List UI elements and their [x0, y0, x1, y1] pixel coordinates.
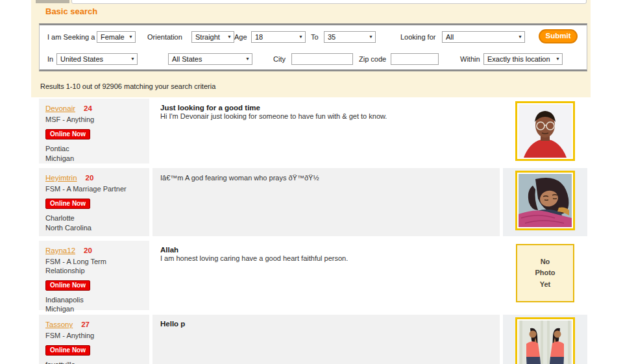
city-input[interactable] [291, 53, 353, 65]
online-now-badge: Online Now [45, 199, 90, 209]
city-label: City [273, 53, 286, 65]
username-link[interactable]: Devonair [45, 104, 77, 112]
username-link[interactable]: Rayna12 [45, 247, 77, 254]
chevron-down-icon: ▼ [227, 31, 232, 43]
results-summary: Results 1-10 out of 92906 matching your … [40, 82, 215, 90]
within-select[interactable]: Exactly this location▼ [483, 53, 563, 65]
zip-input[interactable] [391, 53, 439, 65]
no-photo-placeholder[interactable]: No Photo Yet [516, 244, 574, 302]
state-text: North Carolina [45, 223, 143, 233]
chevron-down-icon: ▼ [130, 53, 135, 65]
basic-search-form: I am Seeking a Female▼ Orientation Strai… [39, 23, 587, 71]
profile-info: Heyimtrin 20 FSM - A Marriage Partner On… [39, 168, 149, 236]
state-text: Michigan [45, 304, 143, 314]
photo-illustration [519, 104, 572, 158]
chevron-down-icon: ▼ [245, 53, 250, 65]
seeking-text: FSM - A Marriage Partner [45, 185, 143, 194]
seeking-text: FSM - A Long Term Relationship [45, 258, 143, 276]
within-label: Within [460, 53, 480, 65]
in-label: In [47, 53, 53, 65]
age-to-value: 35 [328, 31, 336, 43]
age-label: Age [234, 31, 247, 43]
description-text: Hi I'm Devonair just looking for someone… [160, 112, 492, 120]
headline-text: Just looking for a good time [160, 104, 492, 112]
username-link[interactable]: Tassony [45, 321, 75, 328]
city-text: Pontiac [45, 144, 143, 154]
profile-photo-woman-mirrored[interactable] [515, 317, 575, 364]
orientation-select-value: Straight [195, 31, 220, 43]
photo-column [503, 168, 587, 236]
orientation-select[interactable]: Straight▼ [191, 31, 234, 43]
online-now-badge: Online Now [45, 129, 90, 140]
headline-text: Hello p [160, 320, 492, 328]
profile-info: Devonair 24 MSF - Anything Online Now Po… [39, 99, 149, 164]
zip-label: Zip code [359, 53, 386, 65]
to-label: To [311, 31, 319, 43]
chevron-down-icon: ▼ [556, 53, 560, 65]
age-from-value: 18 [255, 31, 263, 43]
age-value: 20 [86, 174, 94, 182]
submit-button[interactable]: Submit [539, 29, 578, 43]
chevron-down-icon: ▼ [299, 31, 303, 43]
description-text: I am honest loving caring have a good he… [160, 254, 492, 262]
profile-info: Tassony 27 FSM - Anything Online Now fay… [39, 315, 149, 364]
age-value: 27 [81, 321, 90, 328]
city-text: Charlotte [45, 213, 143, 223]
username-link[interactable]: Heyimtrin [45, 174, 79, 182]
country-select[interactable]: United States▼ [56, 53, 138, 65]
country-value: United States [60, 53, 103, 65]
age-value: 20 [84, 247, 92, 254]
results-list: Devonair 24 MSF - Anything Online Now Po… [39, 99, 587, 364]
seeking-text: FSM - Anything [45, 332, 143, 341]
result-row: Heyimtrin 20 FSM - A Marriage Partner On… [39, 168, 587, 236]
state-text: Michigan [45, 154, 143, 164]
city-text: fayettville [45, 360, 143, 364]
description-text: Iâ€™m A god fearing woman who prays ðŸ™ð… [160, 174, 492, 182]
online-now-badge: Online Now [45, 280, 90, 291]
seeking-select[interactable]: Female▼ [97, 31, 136, 43]
photo-illustration [519, 321, 572, 364]
looking-for-select[interactable]: All▼ [442, 31, 525, 43]
chevron-down-icon: ▼ [369, 31, 373, 43]
state-value: All States [172, 53, 202, 65]
profile-summary: Iâ€™m A god fearing woman who prays ðŸ™ð… [153, 168, 500, 236]
result-row: Devonair 24 MSF - Anything Online Now Po… [39, 99, 587, 164]
photo-column: No Photo Yet [503, 241, 587, 310]
profile-summary: Allah I am honest loving caring have a g… [153, 241, 500, 310]
top-panel-fragment [71, 0, 587, 4]
profile-photo-woman-lying[interactable] [515, 171, 575, 230]
online-now-badge: Online Now [45, 345, 90, 356]
seeking-label: I am Seeking a [47, 31, 95, 43]
city-text: Indianapolis [45, 295, 143, 305]
orientation-label: Orientation [147, 31, 182, 43]
profile-summary: Hello p [153, 315, 500, 364]
profile-photo-man-red-hoodie[interactable] [515, 101, 575, 161]
age-from-select[interactable]: 18▼ [251, 31, 306, 43]
photo-column [503, 99, 587, 164]
chevron-down-icon: ▼ [518, 31, 522, 43]
profile-info: Rayna12 20 FSM - A Long Term Relationshi… [39, 241, 149, 310]
looking-for-label: Looking for [400, 31, 435, 43]
profile-summary: Just looking for a good time Hi I'm Devo… [153, 99, 500, 164]
age-to-select[interactable]: 35▼ [324, 31, 376, 43]
page-title: Basic search [45, 6, 97, 16]
headline-text: Allah [160, 246, 492, 254]
result-row: Tassony 27 FSM - Anything Online Now fay… [39, 315, 587, 364]
seeking-text: MSF - Anything [45, 115, 143, 125]
result-row: Rayna12 20 FSM - A Long Term Relationshi… [39, 241, 587, 310]
looking-for-value: All [446, 31, 454, 43]
photo-illustration [519, 174, 572, 227]
chevron-down-icon: ▼ [128, 31, 133, 43]
seeking-select-value: Female [101, 31, 125, 43]
state-select[interactable]: All States▼ [168, 53, 252, 65]
photo-column [503, 315, 587, 364]
within-value: Exactly this location [487, 53, 550, 65]
age-value: 24 [84, 104, 92, 112]
top-tab-fragment [36, 0, 69, 3]
